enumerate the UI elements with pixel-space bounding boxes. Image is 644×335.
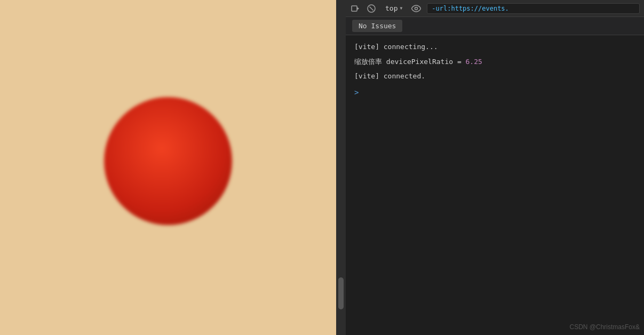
record-icon[interactable]	[350, 3, 361, 14]
console-prompt[interactable]: >	[346, 84, 644, 101]
console-text: [vite] connecting...	[354, 42, 438, 52]
context-label: top	[385, 4, 397, 12]
red-circle	[104, 97, 232, 225]
scrollbar-area[interactable]	[336, 0, 346, 335]
chevron-down-icon: ▼	[400, 6, 402, 11]
console-text: [vite] connected.	[354, 71, 425, 82]
prompt-chevron-icon: >	[354, 88, 359, 97]
svg-marker-1	[357, 7, 359, 10]
eye-icon[interactable]	[411, 3, 422, 14]
clear-icon[interactable]	[366, 3, 377, 14]
no-issues-button[interactable]: No Issues	[352, 20, 402, 32]
console-line: 缩放倍率 devicePixelRatio = 6.25	[346, 54, 644, 69]
issues-bar: No Issues	[346, 17, 644, 35]
watermark: CSDN @ChristmasFox&	[569, 323, 640, 331]
console-line: [vite] connecting...	[346, 39, 644, 54]
svg-rect-0	[352, 6, 357, 11]
console-line: [vite] connected.	[346, 69, 644, 84]
devtools-panel: top ▼ -url:https://events. No Issues [vi…	[346, 0, 644, 335]
device-pixel-text: 缩放倍率 devicePixelRatio =	[354, 57, 466, 67]
svg-line-3	[369, 6, 373, 10]
preview-panel	[0, 0, 336, 335]
url-input[interactable]: -url:https://events.	[427, 3, 640, 14]
devtools-toolbar: top ▼ -url:https://events.	[346, 0, 644, 17]
svg-point-4	[415, 7, 418, 10]
console-output: [vite] connecting... 缩放倍率 devicePixelRat…	[346, 35, 644, 335]
scrollbar-thumb[interactable]	[338, 277, 344, 309]
context-selector[interactable]: top ▼	[382, 3, 406, 13]
pixel-ratio-value: 6.25	[466, 57, 482, 67]
